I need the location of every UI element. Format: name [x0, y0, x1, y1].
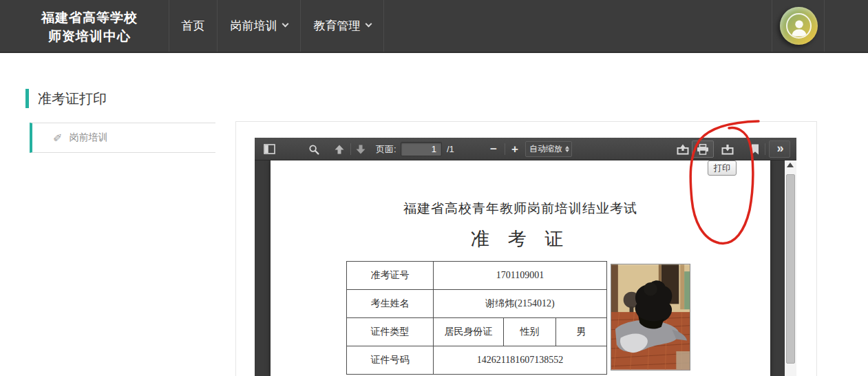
ticket-title: 准 考 证: [271, 227, 770, 251]
toolbar-separator: [505, 143, 505, 155]
sidebar-toggle-icon: [264, 144, 275, 154]
menu-item-label: 教育管理: [314, 18, 361, 34]
ticket-table: 准考证号 1701109001 考生姓名 谢绵炜(2154012) 证件类型 居…: [346, 261, 607, 375]
title-accent-bar: [25, 89, 29, 108]
print-tooltip: 打印: [708, 160, 737, 176]
download-button[interactable]: [719, 140, 737, 158]
id-type-value: 居民身份证: [434, 318, 504, 346]
open-file-button[interactable]: [674, 140, 692, 158]
print-button[interactable]: [692, 140, 714, 158]
table-row: 考生姓名 谢绵炜(2154012): [347, 290, 607, 318]
next-page-button[interactable]: [352, 140, 369, 158]
zoom-in-button[interactable]: +: [507, 140, 523, 158]
name-value: 谢绵炜(2154012): [434, 290, 607, 318]
arrow-down-icon: [355, 144, 366, 155]
open-file-icon: [677, 144, 689, 155]
zoom-out-button[interactable]: −: [485, 140, 502, 158]
page-total-label: /1: [447, 138, 454, 160]
plus-icon: +: [511, 143, 518, 156]
scroll-up-icon[interactable]: [787, 163, 794, 167]
table-row: 准考证号 1701109001: [347, 262, 607, 290]
page-number-input[interactable]: [401, 142, 442, 156]
logo-line-2: 师资培训中心: [28, 27, 151, 45]
double-chevron-icon: »: [776, 141, 782, 156]
pdf-toolbar: 页面: /1 − + 自动缩放: [255, 138, 796, 160]
main-menu: 首页 岗前培训 教育管理: [169, 0, 384, 52]
menu-item-home[interactable]: 首页: [169, 0, 217, 52]
minus-icon: −: [490, 143, 497, 156]
ticket-no-value: 1701109001: [434, 262, 607, 290]
exam-title: 福建省高校青年教师岗前培训结业考试: [271, 200, 770, 218]
name-label: 考生姓名: [347, 290, 434, 318]
table-row: 证件号码 142621181607138552: [347, 346, 607, 375]
bookmark-button[interactable]: [748, 140, 763, 158]
scrollbar-thumb[interactable]: [786, 174, 795, 364]
vertical-scrollbar[interactable]: [785, 160, 796, 376]
table-row: 证件类型 居民身份证 性别 男: [347, 318, 607, 346]
chevron-down-icon: [365, 21, 372, 28]
arrow-up-icon: [334, 144, 345, 155]
person-icon: [789, 17, 809, 37]
previous-page-button[interactable]: [331, 140, 348, 158]
download-icon: [721, 144, 734, 155]
id-number-label: 证件号码: [347, 346, 434, 375]
zoom-select-value: 自动缩放: [529, 143, 562, 155]
id-type-label: 证件类型: [347, 318, 434, 346]
menu-item-label: 岗前培训: [231, 18, 277, 34]
search-button[interactable]: [306, 140, 322, 158]
more-tools-button[interactable]: »: [769, 140, 790, 158]
pencil-icon: ✐: [53, 132, 62, 145]
pdf-viewer-body: 福建省高校青年教师岗前培训结业考试 准 考 证 准考证号 1701109001 …: [255, 160, 796, 376]
site-logo[interactable]: 福建省高等学校 师资培训中心: [28, 8, 151, 45]
sidebar-item-pre-job-training[interactable]: ✐ 岗前培训: [30, 123, 215, 153]
menu-item-label: 首页: [182, 18, 205, 34]
id-number-value: 142621181607138552: [434, 346, 607, 375]
bookmark-icon: [751, 144, 759, 155]
pdf-page: 福建省高校青年教师岗前培训结业考试 准 考 证 准考证号 1701109001 …: [271, 160, 770, 376]
toolbar-separator: [350, 143, 351, 155]
sex-label: 性别: [504, 318, 556, 346]
top-navbar: 福建省高等学校 师资培训中心 首页 岗前培训 教育管理: [0, 0, 868, 53]
menu-item-education-management[interactable]: 教育管理: [300, 0, 384, 52]
page-title: 准考证打印: [38, 90, 107, 108]
avatar-ring: [786, 13, 812, 39]
candidate-photo: [611, 264, 690, 370]
sidebar-toggle-button[interactable]: [260, 140, 278, 158]
user-avatar[interactable]: [780, 7, 818, 45]
sex-value: 男: [556, 318, 607, 346]
sidebar-item-label: 岗前培训: [69, 132, 107, 144]
search-icon: [308, 144, 319, 155]
print-icon: [697, 144, 709, 155]
spinner-icon: [565, 146, 569, 152]
chevron-down-icon: [282, 21, 288, 28]
menu-item-pre-job-training[interactable]: 岗前培训: [217, 0, 300, 52]
logo-line-1: 福建省高等学校: [28, 8, 151, 27]
page-number-label: 页面:: [376, 138, 396, 160]
ticket-no-label: 准考证号: [347, 262, 434, 290]
toolbar-separator: [765, 143, 765, 155]
zoom-select[interactable]: 自动缩放: [525, 141, 572, 157]
